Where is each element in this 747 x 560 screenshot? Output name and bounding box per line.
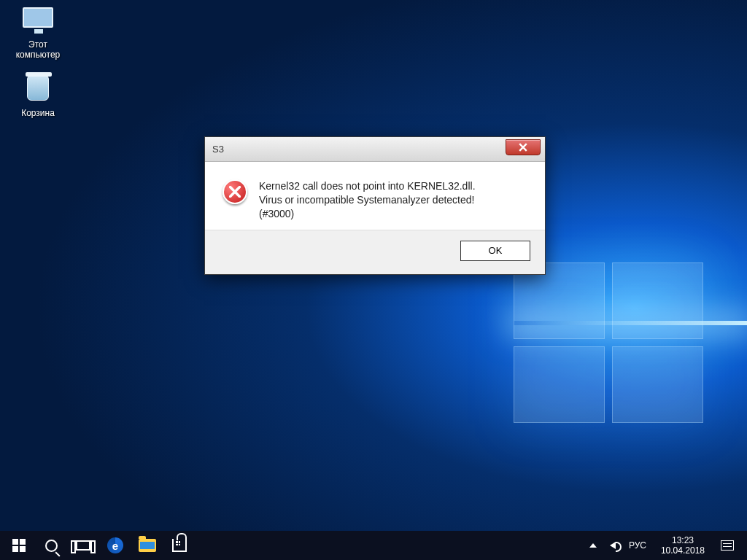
action-center-button[interactable] <box>716 531 738 560</box>
dialog-message-line: Kernel32 call does not point into KERNEL… <box>259 179 476 193</box>
ime-label: РУС <box>629 540 646 551</box>
error-icon <box>222 179 247 204</box>
dialog-message-line: (#3000) <box>259 207 476 221</box>
error-dialog: S3 Kernel32 call does not point into KER… <box>204 136 546 275</box>
close-icon <box>519 143 527 152</box>
desktop-icon-this-pc[interactable]: Этот компьютер <box>7 7 69 60</box>
desktop-icon-label: Корзина <box>7 108 69 118</box>
close-button[interactable] <box>506 139 541 155</box>
tray-overflow-button[interactable] <box>587 531 600 560</box>
edge-icon <box>107 537 123 553</box>
folder-icon <box>139 539 156 552</box>
ok-button[interactable]: OK <box>460 241 530 261</box>
trash-icon <box>27 76 49 101</box>
system-tray: РУС 13:23 10.04.2018 <box>581 531 744 560</box>
search-button[interactable] <box>35 531 67 560</box>
task-view-button[interactable] <box>67 531 99 560</box>
tray-clock[interactable]: 13:23 10.04.2018 <box>657 531 709 560</box>
desktop-icon-label: Этот компьютер <box>7 39 69 60</box>
taskbar-app-file-explorer[interactable] <box>131 531 163 560</box>
computer-icon <box>23 7 53 28</box>
taskbar-app-edge[interactable] <box>99 531 131 560</box>
taskbar-app-store[interactable] <box>163 531 196 560</box>
clock-time: 13:23 <box>661 535 705 545</box>
dialog-footer: OK <box>205 230 545 274</box>
dialog-message-line: Virus or incompatible Systemanalyzer det… <box>259 193 476 207</box>
tray-volume-button[interactable] <box>607 531 619 560</box>
windows-icon <box>12 539 26 552</box>
store-icon <box>172 539 187 552</box>
dialog-title: S3 <box>212 144 224 155</box>
clock-date: 10.04.2018 <box>661 545 705 556</box>
wallpaper-light-beam <box>514 321 747 325</box>
search-icon <box>45 540 58 552</box>
start-button[interactable] <box>3 531 35 560</box>
wallpaper-windows-logo <box>514 262 703 423</box>
desktop-icon-recycle-bin[interactable]: Корзина <box>7 73 69 118</box>
dialog-message: Kernel32 call does not point into KERNEL… <box>259 179 476 221</box>
tray-ime-button[interactable]: РУС <box>626 531 649 560</box>
taskbar: РУС 13:23 10.04.2018 <box>0 531 747 560</box>
chevron-up-icon <box>589 543 597 548</box>
task-view-icon <box>76 540 90 551</box>
action-center-icon <box>721 540 734 551</box>
dialog-body: Kernel32 call does not point into KERNEL… <box>205 162 545 230</box>
speaker-icon <box>610 542 616 549</box>
dialog-titlebar[interactable]: S3 <box>205 137 545 162</box>
